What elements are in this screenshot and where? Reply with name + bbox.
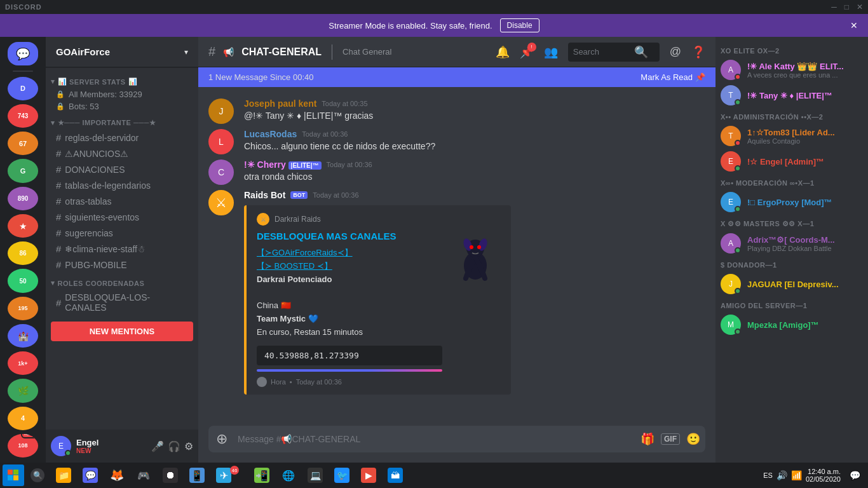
channel-tablas-legendarios[interactable]: # tablas-de-legendarios (51, 177, 193, 193)
server-icon-9[interactable]: 195 (8, 297, 38, 320)
minimize-button[interactable]: ─ (831, 3, 837, 11)
embed-coords[interactable]: 40.539888,81.273399 (257, 346, 442, 365)
pin-icon[interactable]: 📌! (520, 45, 534, 59)
taskbar-app2[interactable]: 📱 (184, 464, 210, 486)
start-button[interactable] (3, 464, 24, 486)
server-icon-12[interactable]: 🌿 (8, 379, 38, 402)
taskbar-app5[interactable]: ▶ (356, 464, 381, 486)
taskbar-app3[interactable]: 💻 (302, 464, 328, 486)
network-icon[interactable]: 📶 (791, 470, 802, 480)
server-icon-2[interactable]: 743 (8, 104, 38, 128)
embed-title: DESBLOQUEA MAS CANALES (257, 231, 442, 241)
server-icon-10[interactable]: 🏰 (8, 324, 38, 348)
search-input[interactable] (573, 47, 630, 57)
help-icon[interactable]: ❓ (691, 45, 705, 59)
server-icon-8[interactable]: 50 (8, 269, 38, 292)
member-jaguar[interactable]: J JAGUAR [El Depresiv... (715, 271, 868, 297)
lang-indicator[interactable]: ES (763, 471, 773, 479)
close-button[interactable]: ✕ (857, 3, 863, 11)
disable-button[interactable]: Disable (500, 18, 539, 32)
channel-donaciones[interactable]: # DONACIONES (51, 161, 193, 177)
channel-reglas[interactable]: # reglas-del-servidor (51, 130, 193, 146)
user-avatar[interactable]: E (51, 436, 71, 456)
channel-sugerencias[interactable]: # sugerencias (51, 225, 193, 241)
taskbar-chrome[interactable]: 🌐 (276, 464, 301, 486)
new-mentions-button[interactable]: NEW MENTIONS (51, 322, 193, 341)
notifications-icon[interactable]: 💬 (850, 470, 860, 480)
nox-icon: 📲 (254, 468, 269, 483)
hash-icon-10: # (56, 297, 61, 308)
server-icon-7[interactable]: 86 (8, 241, 38, 265)
mute-icon[interactable]: 🎤 (151, 440, 164, 452)
taskbar-app4[interactable]: 🐦 (329, 464, 355, 486)
taskbar-clock[interactable]: 12:40 a.m. 02/05/2020 (806, 468, 846, 483)
add-attachment-button[interactable]: ⊕ (214, 426, 230, 452)
channel-siguientes-eventos[interactable]: # siguientes-eventos (51, 209, 193, 225)
input-actions: 🎁 GIF 🙂 (641, 432, 700, 446)
channel-anuncios[interactable]: # ⚠ANUNCIOS⚠ (51, 146, 193, 161)
taskbar-discord[interactable]: 💬 (78, 464, 103, 486)
admin-category: X•• ADMINISTRACIÓN ••X—2 (715, 108, 868, 123)
ergoproxy-name: !□ ErgoProxy [Mod]™ (747, 198, 863, 207)
sidebar-header[interactable]: GOAirForce ▾ (46, 37, 198, 67)
server-icon-6[interactable]: ★ (8, 214, 38, 238)
member-adrix[interactable]: A Adrix™⚙[ Coords-M... Playing DBZ Dokka… (715, 231, 868, 256)
members-icon[interactable]: 👥 (544, 45, 558, 59)
server-stats-header[interactable]: ▾ 📊 SERVER STATS 📊 (51, 75, 193, 88)
server-icon-13[interactable]: 4 (8, 407, 38, 430)
discord-home-icon[interactable]: 💬 (8, 42, 38, 65)
at-icon[interactable]: @ (670, 45, 681, 58)
channel-otras-tablas[interactable]: # otras-tablas (51, 193, 193, 209)
server-icon-14[interactable]: 108 NEW (8, 434, 38, 458)
member-tom83[interactable]: T 1↑☆Tom83 [Lider Ad... Aquiles Contagio (715, 123, 868, 149)
emoji-picker-icon[interactable]: 🙂 (686, 432, 700, 446)
maximize-button[interactable]: □ (844, 3, 849, 11)
banner-close-icon[interactable]: ✕ (850, 20, 858, 30)
gift-icon[interactable]: 🎁 (641, 432, 654, 446)
channel-emoji-icon: 📢 (223, 47, 234, 57)
channel-desbloquea[interactable]: # DESBLOQUEA-LOS-CANALES (51, 290, 193, 315)
search-magnifier-icon: 🔍 (634, 45, 648, 59)
gif-button[interactable]: GIF (661, 433, 680, 445)
taskbar-firefox[interactable]: 🦊 (104, 464, 130, 486)
taskbar-app1[interactable]: 🎮 (131, 464, 156, 486)
taskbar-telegram[interactable]: ✈ 46 (211, 464, 248, 486)
notification-bell-icon[interactable]: 🔔 (496, 45, 510, 59)
embed-author-name: Darkrai Raids (275, 215, 321, 224)
member-ergoproxy[interactable]: E !□ ErgoProxy [Mod]™ (715, 189, 868, 215)
speaker-icon[interactable]: 🔊 (776, 470, 787, 480)
importante-header[interactable]: ▾ ★─── IMPORTANTE ───★ (51, 116, 193, 130)
channel-clima[interactable]: # ❄clima-nieve-staff☃ (51, 241, 193, 257)
taskbar-nox[interactable]: 📲 (249, 464, 275, 486)
member-engel-admin[interactable]: E !☆ Engel [Admin]™ (715, 149, 868, 174)
user-area: E Engel NEW 🎤 🎧 ⚙ (46, 430, 198, 463)
taskbar-photos[interactable]: 🏔 (383, 464, 408, 486)
taskbar-search[interactable]: 🔍 (25, 464, 50, 486)
app1-icon: 🎮 (136, 468, 151, 483)
deafen-icon[interactable]: 🎧 (168, 440, 180, 452)
channel-pubg[interactable]: # PUBG-MOBILE (51, 257, 193, 273)
taskbar-file-explorer[interactable]: 📁 (51, 464, 76, 486)
member-mpezka[interactable]: M Mpezka [Amigo]™ (715, 312, 868, 337)
firefox-icon: 🦊 (109, 468, 125, 483)
message-input[interactable] (235, 426, 635, 452)
server-menu-chevron[interactable]: ▾ (184, 48, 188, 57)
server-icon-goa[interactable]: G (8, 159, 38, 182)
pin-badge: ! (527, 43, 536, 51)
taskbar-obs[interactable]: ⏺ (158, 464, 183, 486)
main-chat: # 📢 CHAT-GENERAL Chat General 🔔 📌! 👥 🔍 @… (198, 37, 715, 463)
member-tany[interactable]: T !✳ Tany ✳ ♦ |ELITE|™ (715, 83, 868, 108)
lucas-content: LucasRodas Today at 00:36 Chicos... algu… (244, 129, 705, 154)
mark-as-read-button[interactable]: Mark As Read 📌 (641, 72, 705, 82)
server-icon-5[interactable]: 890 (8, 187, 38, 210)
server-icon-11[interactable]: 1k+ (8, 351, 38, 375)
server-name: GOAirForce (56, 46, 110, 57)
raids-embed: ⚔ Darkrai Raids DESBLOQUEA MAS CANALES 【… (244, 205, 511, 395)
member-ale-katty[interactable]: A !✳ Ale Katty 👑👑 ELIT... A veces creo q… (715, 57, 868, 83)
window-controls: ─ □ ✕ (831, 3, 863, 11)
settings-icon[interactable]: ⚙ (184, 440, 193, 452)
roles-coordenadas-header[interactable]: ▾ ROLES COORDENADAS (51, 276, 193, 290)
server-icon-3[interactable]: 67 (8, 132, 38, 155)
search-bar[interactable]: 🔍 (568, 43, 660, 62)
server-icon-1[interactable]: D (8, 77, 38, 100)
